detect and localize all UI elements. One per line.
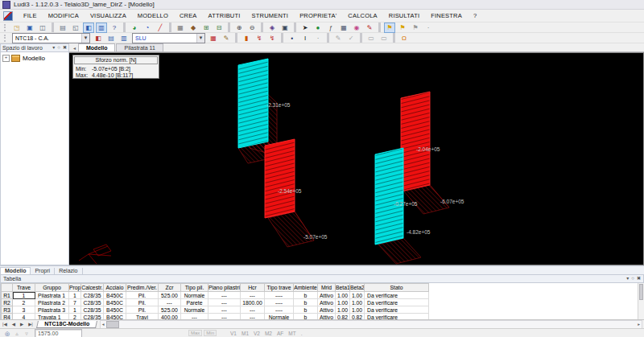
section-cut-icon[interactable]: ƒ <box>325 23 336 33</box>
menu-item[interactable]: VISUALIZZA <box>85 10 132 21</box>
beam-section-icon[interactable]: I <box>299 33 311 43</box>
close-icon[interactable]: ✖ <box>637 275 641 282</box>
cell-zcr[interactable]: 400.00 <box>159 314 181 320</box>
table-icon[interactable]: ▦ <box>338 23 349 33</box>
view-tab[interactable]: Pilastrata 11 <box>116 43 163 51</box>
materials-lib-icon[interactable]: ▤ <box>105 33 117 43</box>
cell-stato[interactable]: Da verificare <box>365 306 429 314</box>
toolbar-icon[interactable] <box>261 23 263 32</box>
lamp-on-icon[interactable]: ⚑ <box>384 23 395 33</box>
code-check-icon[interactable]: ◧ <box>93 33 104 43</box>
color-scale-icon[interactable]: ▮ <box>241 33 252 43</box>
export-down-icon[interactable]: ▿ <box>23 330 31 337</box>
horizontal-scrollbar[interactable]: ◂ ▸ <box>100 320 642 329</box>
cell-mrid[interactable]: Attivo <box>318 292 336 299</box>
menu-item[interactable]: FINESTRA <box>425 10 468 21</box>
cell-zcr[interactable]: 525.00 <box>159 306 181 314</box>
cell-piano-pilastri[interactable]: --- <box>208 292 241 299</box>
check-disabled-icon[interactable]: ✓ <box>345 33 357 43</box>
cell-mrid[interactable]: Attivo <box>318 306 336 314</box>
cell-piano-pilastri[interactable]: --- <box>208 314 241 320</box>
lamp-icon[interactable]: ⚑ <box>397 23 408 33</box>
cell-acciaio[interactable]: B450C <box>104 299 126 306</box>
cell-predim[interactable]: Pil. <box>126 306 159 314</box>
cell-beta2[interactable]: 1.00 <box>350 292 365 299</box>
view-settings-icon[interactable]: ◧ <box>83 23 94 33</box>
cell-trave[interactable]: 1 <box>13 292 35 299</box>
column-header[interactable] <box>2 284 13 292</box>
cell-hcr[interactable]: 1800.00 <box>241 299 265 306</box>
scroll-left-icon[interactable]: ◂ <box>101 322 106 327</box>
cell-tipo-pil[interactable]: Normale <box>181 292 208 299</box>
cell-calcestruzzo[interactable]: C28/35 <box>81 292 104 299</box>
view-3d-icon[interactable]: ◈ <box>266 23 278 33</box>
cell-piano-pilastri[interactable]: --- <box>208 306 241 314</box>
chevron-down-icon[interactable]: ▼ <box>196 34 204 43</box>
screen-icon[interactable]: ▣ <box>279 23 291 33</box>
tree-item-modello[interactable]: + Modello <box>1 52 68 64</box>
column-header[interactable]: Predim./Ver. <box>126 284 159 292</box>
pin-icon[interactable]: ○ <box>57 44 60 51</box>
cell-trave[interactable]: 4 <box>13 314 35 320</box>
view-report-icon[interactable]: ▥ <box>96 23 107 33</box>
menu-item[interactable]: ? <box>468 10 482 21</box>
omega-icon[interactable]: Ω <box>398 33 410 43</box>
cell-beta2[interactable]: 1.00 <box>350 299 365 306</box>
zoom-in-icon[interactable]: ⊕ <box>233 23 245 33</box>
frame-1-icon[interactable]: ▭ <box>365 33 377 43</box>
copy-icon[interactable]: ◫ <box>37 23 48 33</box>
cell-prop[interactable]: 1 <box>69 306 81 314</box>
column-header[interactable]: Calcestr. <box>81 284 104 292</box>
norm-select[interactable]: NTC18 - C.A. ▼ <box>12 33 90 43</box>
cell-beta2[interactable]: 1.00 <box>350 306 365 314</box>
document-icon[interactable] <box>3 11 13 21</box>
cell-tipo-trave[interactable]: ---- <box>265 292 294 299</box>
cell-beta1[interactable]: 1.00 <box>336 299 350 306</box>
scroll-right-icon[interactable]: ▸ <box>636 322 642 327</box>
column-header[interactable]: Tipo trave <box>265 284 294 292</box>
cell-beta1[interactable]: 1.00 <box>336 306 350 314</box>
pointer-icon[interactable]: ➤ <box>299 23 311 33</box>
row-header[interactable]: R1 <box>2 292 13 299</box>
toolbar-icon[interactable] <box>52 23 54 32</box>
column-header[interactable]: Mrid <box>318 284 336 292</box>
cell-calcestruzzo[interactable]: C28/35 <box>81 314 104 320</box>
sections-lib-icon[interactable]: ▥ <box>118 33 130 43</box>
sheet-nav-button[interactable]: ▶| <box>26 322 35 327</box>
menu-item[interactable]: CREA <box>174 10 203 21</box>
lamp-off-icon[interactable]: ⚑ <box>410 23 421 33</box>
zoom-out-icon[interactable]: ⊖ <box>246 23 258 33</box>
coordinate-value-field[interactable]: 1575.00 <box>35 329 82 337</box>
cell-stato[interactable]: Da verificare <box>365 292 429 299</box>
column-header[interactable]: Zcr <box>159 284 181 292</box>
chevron-down-icon[interactable]: ▼ <box>81 34 89 43</box>
tab-scroll-left-icon[interactable]: ◂ <box>69 45 78 51</box>
cell-gruppo[interactable]: Pilastrata 2 <box>35 299 69 306</box>
sheet-tab-ntc18c[interactable]: NTC18C-Modello <box>36 321 97 328</box>
panel-tab[interactable]: Modello <box>0 267 31 274</box>
cell-tipo-trave[interactable]: ---- <box>265 306 294 314</box>
toolbar-icon[interactable] <box>228 23 230 32</box>
cell-tipo-pil[interactable]: Parete <box>181 299 208 306</box>
context-help-icon[interactable]: ? <box>109 23 120 33</box>
dropdown-icon[interactable]: ▾ <box>52 44 55 51</box>
pin-icon[interactable]: ○ <box>631 275 634 282</box>
cell-calcestruzzo[interactable]: C28/35 <box>81 306 104 314</box>
toolbar-icon[interactable] <box>235 33 237 43</box>
close-icon[interactable]: ✖ <box>63 44 67 51</box>
menu-item[interactable]: PROPRIETA' <box>294 10 342 21</box>
cell-predim[interactable]: Pil. <box>126 299 159 306</box>
edit-load-case-icon[interactable]: ✎ <box>221 33 232 43</box>
cell-prop[interactable]: 2 <box>69 314 81 320</box>
column-header[interactable]: Ambiente <box>294 284 318 292</box>
row-header[interactable]: R3 <box>2 306 13 314</box>
sheet-nav-button[interactable]: |◀ <box>0 322 10 327</box>
save-icon[interactable]: ▣ <box>24 23 35 33</box>
cell-prop[interactable]: 1 <box>69 292 81 299</box>
scrollbar-thumb[interactable] <box>106 321 119 328</box>
cell-beta1[interactable]: 1.00 <box>336 292 350 299</box>
cell-mrid[interactable]: Attivo <box>318 299 336 306</box>
menu-item[interactable]: CALCOLA <box>342 10 382 21</box>
row-header[interactable]: R4 <box>2 314 13 320</box>
cell-hcr[interactable]: --- <box>241 292 265 299</box>
